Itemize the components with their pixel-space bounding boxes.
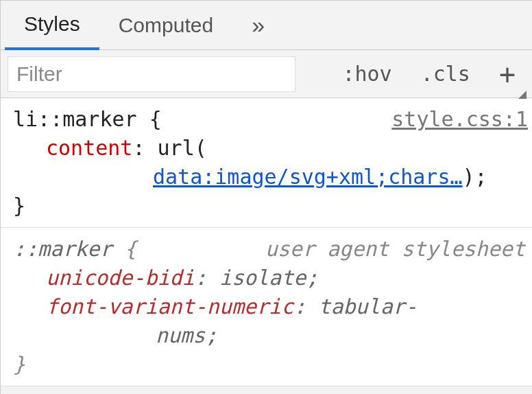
cls-button[interactable]: .cls [417, 59, 474, 89]
tab-overflow[interactable]: » [232, 1, 285, 49]
css-property: font-variant-numeric [46, 294, 293, 318]
css-value: tabular- [318, 294, 418, 318]
url-link[interactable]: data:image/svg+xml;chars… [153, 165, 463, 189]
css-property[interactable]: content [46, 136, 132, 160]
open-brace: { [149, 107, 162, 131]
plus-icon: + [499, 58, 516, 90]
open-brace: { [125, 237, 137, 261]
source-link[interactable]: style.css:1 [391, 105, 528, 134]
css-value-prefix: url( [158, 136, 207, 160]
css-value: isolate; [219, 266, 319, 290]
css-declaration: font-variant-numeric: tabular- nums; [13, 292, 520, 350]
ua-stylesheet-label: user agent stylesheet [265, 235, 525, 264]
tab-styles[interactable]: Styles [5, 1, 99, 50]
tab-computed[interactable]: Computed [99, 1, 232, 49]
css-value-suffix: ); [463, 165, 487, 189]
rules-list: style.css:1 li::marker { content: url( d… [1, 98, 532, 386]
new-rule-button[interactable]: + [495, 58, 520, 91]
filter-input[interactable] [8, 56, 295, 92]
close-brace: } [13, 352, 25, 376]
css-declaration[interactable]: content: url( data:image/svg+xml;chars…)… [13, 134, 520, 192]
css-declaration: unicode-bidi: isolate; [13, 264, 520, 292]
styles-toolbar: :hov .cls + [1, 50, 532, 98]
css-selector: ::marker [13, 237, 112, 261]
css-value-cont: nums; [46, 321, 520, 350]
tabs-bar: Styles Computed » [1, 1, 532, 50]
dropdown-triangle-icon [518, 91, 527, 99]
close-brace: } [13, 194, 25, 218]
css-selector[interactable]: li::marker [13, 107, 137, 131]
css-rule[interactable]: style.css:1 li::marker { content: url( d… [1, 98, 532, 228]
hov-button[interactable]: :hov [338, 59, 396, 89]
css-rule-ua: user agent stylesheet ::marker { unicode… [1, 228, 532, 386]
css-property: unicode-bidi [46, 266, 195, 290]
